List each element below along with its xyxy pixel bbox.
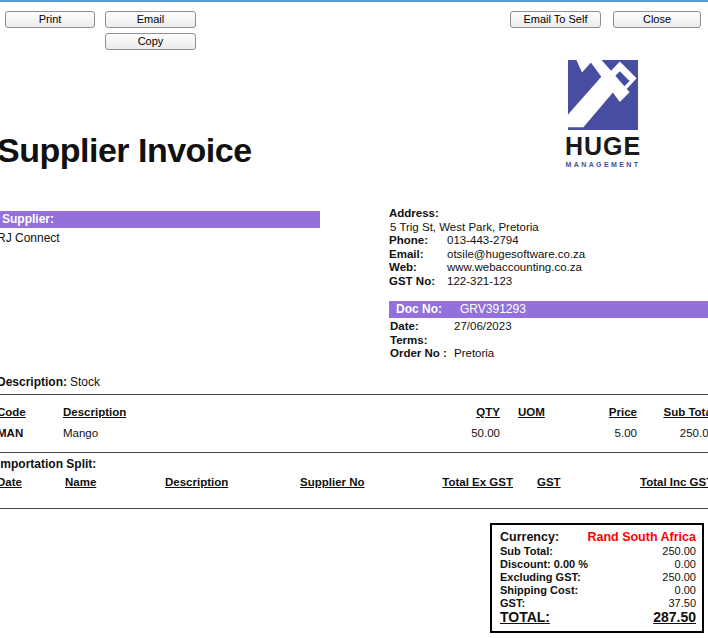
doc-no-label: Doc No: — [396, 301, 442, 318]
logo-subtitle: MANAGEMENT — [563, 160, 643, 169]
split-header-description: Description — [165, 476, 228, 488]
discount-label: Discount: 0.00 % — [500, 558, 588, 571]
web-label: Web: — [389, 261, 447, 275]
order-no-label: Order No : — [390, 347, 454, 361]
split-header-gst: GST — [537, 476, 561, 488]
split-header-date: Date — [0, 476, 22, 488]
email-to-self-button[interactable]: Email To Self — [510, 11, 601, 28]
items-header-price: Price — [577, 406, 637, 418]
divider-line — [0, 394, 708, 395]
items-header-qty: QTY — [440, 406, 500, 418]
split-header-name: Name — [65, 476, 96, 488]
email-label: Email: — [389, 248, 447, 262]
shipping-cost-label: Shipping Cost: — [500, 584, 578, 597]
terms-label: Terms: — [390, 334, 454, 348]
item-row-sub-total: 250.00 — [653, 427, 708, 439]
item-row-qty: 50.00 — [440, 427, 500, 439]
date-value: 27/06/2023 — [454, 320, 512, 332]
logo-name: HUGE — [563, 134, 643, 158]
print-button[interactable]: Print — [5, 11, 95, 28]
huge-logo-icon — [568, 58, 638, 132]
total-label: TOTAL: — [500, 611, 550, 624]
sub-total-label: Sub Total: — [500, 545, 553, 558]
web-value: www.webaccounting.co.za — [447, 261, 582, 275]
order-no-value: Pretoria — [454, 347, 494, 359]
excluding-gst-label: Excluding GST: — [500, 571, 581, 584]
doc-no-value: GRV391293 — [460, 301, 526, 318]
items-header-description: Description — [63, 406, 126, 418]
item-row-description: Mango — [63, 427, 98, 439]
supplier-name: RJ Connect — [0, 231, 60, 245]
item-row-price: 5.00 — [577, 427, 637, 439]
item-row-code: MAN — [0, 427, 23, 439]
items-header-code: Code — [0, 406, 26, 418]
doc-details-block: Date:27/06/2023 Terms: Order No :Pretori… — [390, 320, 708, 361]
doc-no-bar: Doc No: GRV391293 — [389, 301, 708, 318]
split-header-supplier-no: Supplier No — [300, 476, 365, 488]
divider-line — [0, 452, 708, 453]
shipping-cost-value: 0.00 — [675, 584, 696, 597]
phone-label: Phone: — [389, 234, 447, 248]
split-header-total-ex-gst: Total Ex GST — [433, 476, 513, 488]
email-value: otsile@hugesoftware.co.za — [447, 248, 585, 262]
address-value: 5 Trig St, West Park, Pretoria — [390, 221, 539, 235]
divider-line — [0, 508, 708, 509]
description-label: Description: — [0, 375, 67, 389]
company-address-block: Address: 5 Trig St, West Park, Pretoria … — [389, 207, 708, 289]
invoice-description-row: Description: Stock — [0, 375, 67, 389]
total-value: 287.50 — [653, 611, 696, 624]
split-header-total-inc-gst: Total Inc GST — [640, 476, 708, 488]
copy-button[interactable]: Copy — [105, 33, 196, 50]
excluding-gst-value: 250.00 — [662, 571, 696, 584]
items-header-uom: UOM — [518, 406, 545, 418]
description-value: Stock — [70, 375, 100, 389]
discount-value: 0.00 — [675, 558, 696, 571]
gst-no-value: 122-321-123 — [447, 275, 512, 289]
totals-box: Currency: Rand South Africa Sub Total: 2… — [490, 523, 704, 633]
sub-total-value: 250.00 — [662, 545, 696, 558]
items-header-sub-total: Sub Total — [653, 406, 708, 418]
date-label: Date: — [390, 320, 454, 334]
email-button[interactable]: Email — [105, 11, 196, 28]
address-label: Address: — [389, 207, 439, 221]
currency-label: Currency: — [500, 530, 559, 545]
page-title: Supplier Invoice — [0, 131, 252, 170]
company-logo: HUGE MANAGEMENT — [563, 58, 643, 169]
supplier-section-header: Supplier: — [0, 211, 320, 228]
currency-value: Rand South Africa — [587, 530, 696, 545]
window-top-border — [0, 0, 708, 2]
phone-value: 013-443-2794 — [447, 234, 519, 248]
importation-split-label: Importation Split: — [0, 457, 96, 471]
gst-no-label: GST No: — [389, 275, 447, 289]
close-button[interactable]: Close — [613, 11, 701, 28]
